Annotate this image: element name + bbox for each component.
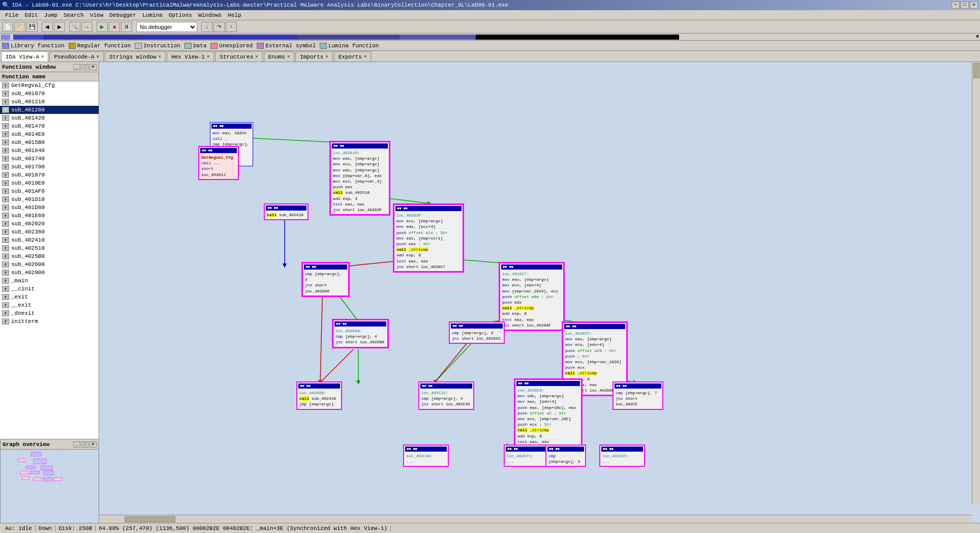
fn-item-sub-401470[interactable]: f sub_401470 [0, 122, 99, 130]
tab-imports[interactable]: Imports × [295, 51, 333, 62]
node-loc-4028c9[interactable]: ■■ ■■ loc_4028C9: mov edx, [ebp+argv] mo… [514, 378, 583, 453]
node-loc-402c22[interactable]: ■■ ■■ loc_402C22: cmp [ebp+argc], 4 jnz … [418, 381, 474, 410]
menu-help[interactable]: Help [225, 11, 244, 19]
graph-scrollbar-v[interactable] [972, 62, 980, 505]
fn-item-sub-401210[interactable]: f sub_401210 [0, 98, 99, 106]
node-loc-402c45[interactable]: ■■ ■■ loc_402C45: ... [403, 445, 449, 467]
node-loc-40289a[interactable]: ■■ ■■ loc_40289A: cmp [ebp+argc], 4 jnz … [332, 319, 389, 348]
fn-item-sub-401870[interactable]: f sub_401870 [0, 171, 99, 179]
fn-item-get-reg-val-cfg[interactable]: f GetRegVal_Cfg [0, 81, 99, 90]
fn-item-sub-401280[interactable]: f sub_401280 [0, 106, 99, 114]
node-far-right-bottom[interactable]: ■■ ■■ cmp [ebp+argc], 7 jnz short loc_40… [612, 381, 663, 410]
status-info: 64.00% (257,470) (1136,500) 00002B2E 004… [96, 525, 391, 531]
menu-windows[interactable]: Windows [195, 11, 225, 19]
functions-panel-restore[interactable]: □ [81, 64, 88, 70]
tb-save[interactable]: 💾 [26, 22, 38, 32]
overview-restore[interactable]: □ [81, 441, 88, 448]
fn-item-sub-402410[interactable]: f sub_402410 [0, 236, 99, 244]
tab-structures-close[interactable]: × [255, 54, 258, 60]
node-small-far-right[interactable]: ■■ ■■ loc_402CCF: ... [599, 445, 645, 467]
tb-run[interactable]: ▶ [97, 22, 108, 32]
tb-new[interactable]: 📄 [2, 22, 13, 32]
tb-back[interactable]: ◀ [42, 22, 53, 32]
overview-close[interactable]: × [89, 441, 97, 448]
menu-debugger[interactable]: Debugger [106, 11, 139, 19]
fn-item-sub-402360[interactable]: f sub_402360 [0, 228, 99, 236]
fn-item-sub-402900[interactable]: f sub_402900 [0, 269, 99, 277]
fn-item-sub-4019e0[interactable]: f sub_4019E0 [0, 179, 99, 187]
fn-item-sub-401070[interactable]: f sub_401070 [0, 90, 99, 98]
graph-scrollbar-h[interactable] [99, 515, 972, 523]
fn-item-sub-401420[interactable]: f sub_401420 [0, 114, 99, 122]
debugger-select[interactable]: No debugger [136, 22, 197, 32]
fn-item-sub-401af0[interactable]: f sub_401AF0 [0, 187, 99, 195]
tab-exports-close[interactable]: × [364, 54, 366, 60]
fn-item-sub-401740[interactable]: f sub_401740 [0, 155, 99, 163]
restore-button[interactable]: □ [961, 2, 969, 9]
fn-item-sub-4014e0[interactable]: f sub_4014E0 [0, 130, 99, 138]
node-loc-40283f[interactable]: ■■ ■■ loc_40283F: mov ecx, [ebp+argv] mo… [393, 203, 464, 273]
fn-item-sub-401d80[interactable]: f sub_401D80 [0, 203, 99, 212]
tb-step-over[interactable]: ↷ [213, 22, 225, 32]
tab-exports[interactable]: Exports × [334, 51, 372, 62]
fn-item-sub-402510[interactable]: f sub_402510 [0, 244, 99, 252]
node-near-402d71[interactable]: ■■ ■■ cmp [ebp+argc], 3 [545, 445, 586, 467]
fn-item-sub-4025b0[interactable]: f sub_4025B0 [0, 252, 99, 260]
node-cmp-argc[interactable]: ■■ ■■ cmp [ebp+argc], 3 jnz short loc_40… [301, 262, 350, 297]
tab-ida-view-a-close[interactable]: × [41, 54, 44, 60]
fn-item-cinit[interactable]: f __cinit [0, 285, 99, 293]
tb-forward[interactable]: ▶ [54, 22, 65, 32]
tab-pseudocode-a-close[interactable]: × [97, 54, 99, 60]
tb-step-into[interactable]: ↓ [201, 22, 212, 32]
node-cmp-argc-3-right[interactable]: ■■ ■■ cmp [ebp+argc], 3 jnz short loc_40… [449, 321, 505, 344]
tab-hex-view-1[interactable]: Hex View-1 × [167, 51, 214, 62]
fn-item-dbl-exit[interactable]: f __exit [0, 301, 99, 309]
menu-edit[interactable]: Edit [21, 11, 41, 19]
node-getregval[interactable]: ■■ ■■ GetRegval_Cfg call ... short loc_4… [198, 146, 239, 180]
fn-item-initterm[interactable]: f initterm [0, 317, 99, 325]
menu-file[interactable]: File [2, 11, 21, 19]
menu-jump[interactable]: Jump [41, 11, 60, 19]
menu-options[interactable]: Options [166, 11, 195, 19]
overview-minimize[interactable]: _ [73, 441, 80, 448]
tab-enums-close[interactable]: × [287, 54, 290, 60]
menu-view[interactable]: View [87, 11, 106, 19]
overview-canvas[interactable] [1, 450, 99, 523]
minimize-button[interactable]: ─ [952, 2, 960, 9]
tb-pause[interactable]: ⏸ [121, 22, 132, 32]
fn-item-sub-402020[interactable]: f sub_402020 [0, 220, 99, 228]
fn-item-sub-402600[interactable]: f sub_402600 [0, 260, 99, 269]
tb-step-out[interactable]: ↑ [226, 22, 237, 32]
tab-hex-close[interactable]: × [207, 54, 209, 60]
fn-item-sub-401e60[interactable]: f sub_401E60 [0, 212, 99, 220]
fn-item-sub-401d10[interactable]: f sub_401D10 [0, 195, 99, 203]
tab-strings-window[interactable]: Strings window × [105, 51, 166, 62]
tab-enums[interactable]: Enums × [264, 51, 294, 62]
node-loc-402880[interactable]: ■■ ■■ loc_402880: call sub_402410 jmp [e… [296, 381, 342, 410]
fn-item-main[interactable]: f _main [0, 277, 99, 285]
fn-item-doexit[interactable]: f _doexit [0, 309, 99, 317]
graph-canvas[interactable]: ■■ ■■ mov eax, 182Ch call _ cmp [ebp+arg… [99, 62, 980, 523]
tab-strings-close[interactable]: × [158, 54, 161, 60]
node-loc-4028c7[interactable]: ■■ ■■ loc_4028C7: mov eax, [ebp+argv] mo… [499, 262, 565, 331]
tab-pseudocode-a[interactable]: Pseudocode-A × [49, 51, 104, 62]
tb-search[interactable]: 🔍 [69, 22, 80, 32]
node-loc-40281d[interactable]: ■■ ■■ loc_40281D: mov eax, [ebp+argc] mo… [329, 141, 390, 216]
close-button[interactable]: ✕ [970, 2, 978, 9]
tb-open[interactable]: 📂 [14, 22, 25, 32]
fn-item-sub-4015b0[interactable]: f sub_4015B0 [0, 138, 99, 146]
functions-panel-close[interactable]: × [89, 64, 97, 70]
tab-ida-view-a[interactable]: IDA View-A × [1, 51, 48, 62]
tab-imports-close[interactable]: × [325, 54, 328, 60]
fn-item-sub-401790[interactable]: f sub_401790 [0, 163, 99, 171]
tab-structures[interactable]: Structures × [215, 51, 262, 62]
menu-lumina[interactable]: Lumina [139, 11, 166, 19]
tb-stop[interactable]: ■ [109, 22, 120, 32]
menu-search[interactable]: Search [60, 11, 87, 19]
fn-item-sub-401640[interactable]: f sub_401640 [0, 146, 99, 155]
node-sub-402410-call[interactable]: ■■ ■■ call sub_402410 [264, 203, 309, 220]
tb-goto[interactable]: → [81, 22, 93, 32]
fn-item-exit[interactable]: f _exit [0, 293, 99, 301]
functions-panel-minimize[interactable]: _ [73, 64, 80, 70]
node-loc-402d71[interactable]: ■■ ■■ loc_402D71: ... [504, 445, 549, 467]
